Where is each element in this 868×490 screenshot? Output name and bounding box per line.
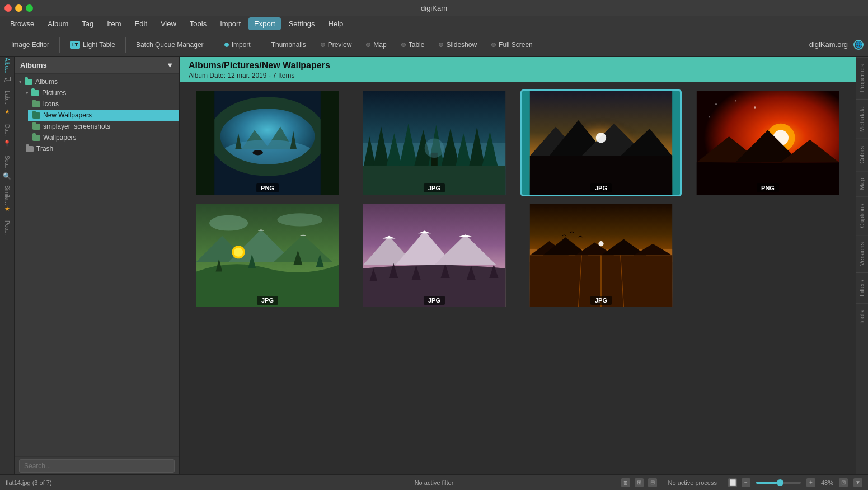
menu-help[interactable]: Help <box>323 17 349 30</box>
menu-tag[interactable]: Tag <box>76 17 99 30</box>
sidebar-item-new-wallpapers[interactable]: New Wallpapers <box>28 110 179 121</box>
thumbnail-5[interactable]: JPG <box>184 199 351 312</box>
main-area: Albu... 🏷 Lab... ★ Da... 📍 Sea... 🔍 Simi… <box>0 57 868 474</box>
globe-icon[interactable]: 🌐 <box>853 40 864 50</box>
thumbnail-6[interactable]: JPG <box>351 199 518 312</box>
map-button[interactable]: Map <box>359 37 393 52</box>
zoom-slider[interactable] <box>756 482 801 484</box>
light-table-label: Light Table <box>83 41 115 49</box>
menu-edit[interactable]: Edit <box>129 17 152 30</box>
tree-expand-arrow-pictures[interactable]: ▾ <box>26 90 29 96</box>
menu-import[interactable]: Import <box>214 17 246 30</box>
sidebar-item-pictures[interactable]: ▾ Pictures <box>21 87 179 98</box>
sidebar-item-trash-label: Trash <box>36 145 53 153</box>
sidebar-item-wallpapers[interactable]: Wallpapers <box>28 132 179 143</box>
slideshow-label: Slideshow <box>446 41 477 49</box>
status-process: No active process <box>668 479 717 486</box>
status-zoom-out-icon[interactable]: − <box>742 478 750 487</box>
svg-point-31 <box>209 215 248 231</box>
left-icon-fav[interactable]: ★ <box>1 202 13 215</box>
right-tab-filters[interactable]: Filters <box>856 272 868 303</box>
thumb-inner-6: JPG <box>355 204 513 307</box>
thumb-label-2: JPG <box>424 183 445 192</box>
fullscreen-button[interactable]: Full Screen <box>485 37 539 52</box>
preview-button[interactable]: Preview <box>314 37 359 52</box>
thumbnail-7[interactable]: JPG <box>518 199 684 312</box>
thumbnail-1[interactable]: PNG <box>184 87 351 199</box>
left-icon-date[interactable]: Da... <box>1 124 13 136</box>
status-grid4-icon[interactable]: ⊟ <box>648 478 657 487</box>
thumb-label-6: JPG <box>424 296 445 305</box>
table-dot <box>401 43 406 47</box>
status-zoom-icons: ⬜ − <box>728 478 750 487</box>
site-label: digiKam.org <box>809 40 848 49</box>
menu-export[interactable]: Export <box>248 17 281 30</box>
statusbar: flat14.jpg (3 of 7) No active filter 🗑 ⊞… <box>0 474 868 490</box>
minimize-button[interactable] <box>15 4 22 12</box>
preview-dot <box>321 43 325 47</box>
traffic-lights <box>4 4 33 12</box>
sidebar-item-albums-label: Albums <box>35 78 58 86</box>
right-tab-colors[interactable]: Colors <box>856 139 868 171</box>
menu-settings[interactable]: Settings <box>283 17 321 30</box>
slider-thumb[interactable] <box>777 479 783 486</box>
left-icon-search[interactable]: Sea... <box>1 157 13 169</box>
svg-point-27 <box>735 100 736 101</box>
svg-point-26 <box>715 103 716 105</box>
left-icon-magnify[interactable]: 🔍 <box>1 170 13 182</box>
right-tab-properties[interactable]: Properties <box>856 57 868 99</box>
import-button[interactable]: Import <box>218 37 257 52</box>
menu-browse[interactable]: Browse <box>4 17 40 30</box>
left-icon-strip: Albu... 🏷 Lab... ★ Da... 📍 Sea... 🔍 Simi… <box>0 57 15 474</box>
sidebar-item-trash[interactable]: Trash <box>21 143 179 154</box>
status-filter: No active filter <box>415 479 454 486</box>
slideshow-button[interactable]: Slideshow <box>432 37 484 52</box>
thumbnails-button[interactable]: Thumbnails <box>265 37 313 52</box>
svg-point-32 <box>277 213 322 226</box>
sidebar-item-albums-root[interactable]: ▾ Albums <box>15 76 179 87</box>
left-icon-people[interactable]: Peo... <box>1 222 13 234</box>
folder-icon-pictures <box>31 90 39 96</box>
left-icon-labels[interactable]: Lab... <box>1 92 13 104</box>
maximize-button[interactable] <box>26 4 33 12</box>
close-button[interactable] <box>4 4 12 12</box>
table-button[interactable]: Table <box>395 37 431 52</box>
light-table-button[interactable]: LT Light Table <box>63 37 122 52</box>
sidebar-item-smplayer[interactable]: smplayer_screenshots <box>28 121 179 132</box>
menu-view[interactable]: View <box>155 17 182 30</box>
right-panel: Properties Metadata Colors Map Captions … <box>856 57 868 474</box>
status-trash-icon[interactable]: 🗑 <box>621 478 630 487</box>
menu-album[interactable]: Album <box>42 17 74 30</box>
thumbnail-4[interactable]: PNG <box>684 87 851 199</box>
toolbar-separator-2 <box>125 37 126 53</box>
svg-point-39 <box>234 248 243 257</box>
left-icon-location[interactable]: 📍 <box>1 138 13 150</box>
tree-expand-arrow[interactable]: ▾ <box>19 79 22 84</box>
right-tab-tools[interactable]: Tools <box>856 303 868 332</box>
menu-tools[interactable]: Tools <box>184 17 212 30</box>
status-zoom-fit-icon[interactable]: ⊡ <box>839 478 848 487</box>
status-zoom-in-icon[interactable]: + <box>806 478 815 487</box>
right-tab-versions[interactable]: Versions <box>856 235 868 272</box>
left-icon-tags[interactable]: 🏷 <box>1 73 13 85</box>
sidebar-item-icons[interactable]: icons <box>28 98 179 110</box>
menu-item[interactable]: Item <box>101 17 126 30</box>
folder-icon-icons <box>32 101 40 107</box>
left-icon-albums[interactable]: Albu... <box>1 59 13 72</box>
toolbar-right: digiKam.org 🌐 <box>809 40 864 50</box>
thumbnail-3[interactable]: JPG <box>518 87 684 199</box>
batch-queue-button[interactable]: Batch Queue Manager <box>129 37 210 52</box>
left-icon-similar[interactable]: Simila... <box>1 189 13 201</box>
sidebar-chevron[interactable]: ▼ <box>166 61 173 69</box>
status-fit-icon[interactable]: ⬜ <box>728 478 737 487</box>
search-input[interactable] <box>19 459 175 473</box>
right-tab-captions[interactable]: Captions <box>856 196 868 234</box>
thumbnail-2[interactable]: JPG <box>351 87 518 199</box>
thumb-label-1: PNG <box>256 183 279 192</box>
left-icon-star[interactable]: ★ <box>1 105 13 117</box>
right-tab-metadata[interactable]: Metadata <box>856 99 868 139</box>
right-tab-map[interactable]: Map <box>856 171 868 196</box>
image-editor-button[interactable]: Image Editor <box>4 37 56 52</box>
status-grid2-icon[interactable]: ⊞ <box>635 478 644 487</box>
status-dropdown-icon[interactable]: ▼ <box>853 478 862 487</box>
